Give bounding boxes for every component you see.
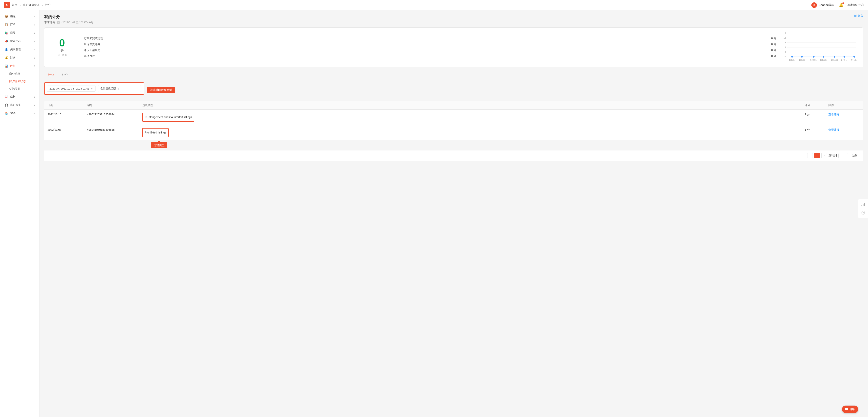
main-layout: 📦 物流 ∨ 📋 订单 ∨ 🛍️ 商品 ∨ 📣 营销中心 ∨ bbox=[0, 10, 868, 417]
score-value-3: 0 分 bbox=[771, 55, 776, 58]
sidebar-subitem-account-health[interactable]: 账户健康状态 bbox=[0, 78, 39, 85]
svg-rect-3 bbox=[856, 16, 857, 17]
page-jump-input[interactable] bbox=[838, 153, 848, 158]
tabs: 计分 处分 bbox=[44, 71, 863, 79]
period-filter[interactable]: 2022 Q4: 2022-10-03 - 2023-01-01 ∨ bbox=[47, 86, 95, 92]
sidebar-item-logistics[interactable]: 📦 物流 ∨ bbox=[0, 12, 39, 21]
season-date: (2023/01/02 至 2023/04/02) bbox=[62, 21, 93, 24]
score-label-2: 违反上架规范 bbox=[84, 49, 100, 52]
sidebar-item-marketing[interactable]: 📣 营销中心 ∨ bbox=[0, 37, 39, 45]
table-row: 2022/10/03 496941050181496618 Prohibited… bbox=[44, 125, 863, 140]
table-row: 2022/10/10 499529203213259824 IP infring… bbox=[44, 109, 863, 125]
sidebar-item-customer[interactable]: 🎧 客户服务 ∨ bbox=[0, 101, 39, 109]
sidebar-subitem-biz-analysis[interactable]: 商业分析 bbox=[0, 70, 39, 78]
row-1-score: 1 分 bbox=[805, 128, 828, 132]
type-chevron-icon: ∨ bbox=[117, 87, 119, 90]
svg-text:1月23日: 1月23日 bbox=[820, 59, 827, 61]
data-icon: 📊 bbox=[4, 64, 8, 68]
help-icon[interactable]: ? bbox=[57, 21, 60, 24]
score-row-1: 延迟发货违规 0 分 bbox=[84, 42, 776, 46]
score-compare: 比上周 0 bbox=[57, 54, 66, 57]
violation-annotation-arrow bbox=[157, 140, 161, 142]
svg-text:1月30日: 1月30日 bbox=[831, 59, 838, 61]
sidebar-label-customer: 客户服务 bbox=[10, 103, 21, 107]
row-1-date: 2022/10/03 bbox=[48, 128, 87, 131]
breadcrumb-account-health[interactable]: 账户健康状态 bbox=[23, 3, 40, 7]
svg-text:2月6日: 2月6日 bbox=[841, 59, 847, 61]
customer-icon: 🎧 bbox=[4, 103, 8, 107]
chat-button[interactable]: 聊聊 bbox=[842, 406, 858, 413]
period-filter-label: 2022 Q4: 2022-10-03 - 2023-01-01 bbox=[50, 87, 89, 90]
score-value-0: 0 分 bbox=[771, 37, 776, 40]
refresh-widget-btn[interactable] bbox=[860, 210, 867, 217]
row-0-id: 499529203213259824 bbox=[87, 113, 142, 116]
chevron-logistics: ∨ bbox=[34, 15, 35, 18]
svg-rect-32 bbox=[864, 203, 865, 206]
prev-page-btn[interactable]: ‹ bbox=[807, 153, 813, 158]
tab-penalty[interactable]: 处分 bbox=[58, 71, 72, 79]
sidebar-item-sbs[interactable]: 🏪 SBS ∨ bbox=[0, 109, 39, 118]
chart-svg: 15 12 9 6 3 0 bbox=[782, 32, 857, 63]
col-date: 日期 bbox=[48, 103, 87, 107]
breadcrumb-sep-1: › bbox=[20, 4, 21, 7]
sidebar-item-buyers[interactable]: 👤 买家管理 ∨ bbox=[0, 45, 39, 54]
page-jump-button[interactable]: 跳转 bbox=[850, 153, 860, 158]
svg-text:12: 12 bbox=[783, 37, 786, 39]
edu-link-label: 教育 bbox=[858, 14, 863, 18]
sidebar-item-growth[interactable]: 📈 成长 ∨ bbox=[0, 93, 39, 101]
period-chevron-icon: ∨ bbox=[91, 87, 93, 90]
sidebar-item-orders[interactable]: 📋 订单 ∨ bbox=[0, 21, 39, 29]
breadcrumb-home[interactable]: 首页 bbox=[12, 3, 18, 7]
sidebar-item-data[interactable]: 📊 数据 ∧ bbox=[0, 62, 39, 70]
score-number: 0 bbox=[59, 38, 65, 48]
edu-link[interactable]: 教育 bbox=[854, 14, 863, 18]
svg-rect-1 bbox=[856, 15, 857, 16]
svg-point-21 bbox=[843, 56, 845, 58]
breadcrumb-current: 计分 bbox=[45, 3, 51, 7]
svg-text:15: 15 bbox=[783, 32, 786, 34]
notification-bell[interactable]: 🔔 bbox=[839, 3, 843, 7]
seller-brand-label: Shopee卖家 bbox=[818, 3, 835, 7]
chevron-finance: ∨ bbox=[34, 56, 35, 59]
sidebar-label-logistics: 物流 bbox=[10, 14, 16, 18]
svg-point-16 bbox=[791, 56, 793, 58]
page-1-btn[interactable]: 1 bbox=[814, 153, 820, 158]
top-header: S 首页 › 账户健康状态 › 计分 S Shopee卖家 🔔 卖家学习中心 bbox=[0, 0, 868, 10]
score-card: 0 分 比上周 0 订单未完成违规 0 分 延迟发货违规 0 分 违反上架规范 … bbox=[44, 27, 863, 67]
score-row-0: 订单未完成违规 0 分 bbox=[84, 37, 776, 40]
chart-widget-btn[interactable] bbox=[860, 201, 867, 208]
svg-rect-31 bbox=[863, 204, 864, 206]
svg-rect-0 bbox=[855, 15, 856, 16]
row-0-action[interactable]: 查看违规 bbox=[828, 113, 860, 116]
page-title: 我的计分 bbox=[44, 14, 60, 20]
svg-text:1月9日: 1月9日 bbox=[799, 59, 805, 61]
sidebar-label-buyers: 买家管理 bbox=[10, 48, 21, 51]
next-page-btn[interactable]: › bbox=[822, 153, 827, 158]
season-title: 本季计分 ? (2023/01/02 至 2023/04/02) bbox=[44, 21, 863, 24]
table-header: 日期 编号 违规类型 计分 操作 bbox=[44, 101, 863, 109]
sidebar-item-finance[interactable]: 💰 财务 ∨ bbox=[0, 54, 39, 62]
right-widget bbox=[858, 199, 868, 218]
sidebar-item-products[interactable]: 🛍️ 商品 ∨ bbox=[0, 29, 39, 37]
sidebar-subitem-preferred-seller[interactable]: 优选卖家 bbox=[0, 85, 39, 93]
tab-score[interactable]: 计分 bbox=[44, 71, 58, 79]
svg-point-18 bbox=[813, 56, 814, 58]
svg-point-17 bbox=[801, 56, 803, 58]
pagination: ‹ 1 › 跳转到 跳转 bbox=[44, 150, 863, 161]
row-1-violation: Prohibited listings bbox=[142, 128, 169, 137]
products-icon: 🛍️ bbox=[4, 31, 8, 35]
score-value-1: 0 分 bbox=[771, 42, 776, 46]
header-left: S 首页 › 账户健康状态 › 计分 bbox=[4, 2, 51, 8]
chevron-sbs: ∨ bbox=[34, 112, 35, 115]
type-filter[interactable]: 全部违规类型 ∨ bbox=[98, 85, 141, 92]
svg-text:1月16日: 1月16日 bbox=[810, 59, 817, 61]
shopee-logo: S bbox=[4, 2, 10, 8]
svg-rect-2 bbox=[855, 16, 856, 17]
score-row-2: 违反上架规范 0 分 bbox=[84, 49, 776, 52]
chevron-marketing: ∨ bbox=[34, 40, 35, 42]
score-label-0: 订单未完成违规 bbox=[84, 37, 103, 40]
score-label-3: 其他违规 bbox=[84, 55, 95, 58]
seller-logo: S bbox=[811, 2, 817, 8]
row-1-action[interactable]: 查看违规 bbox=[828, 128, 860, 132]
study-center-link[interactable]: 卖家学习中心 bbox=[847, 3, 864, 7]
